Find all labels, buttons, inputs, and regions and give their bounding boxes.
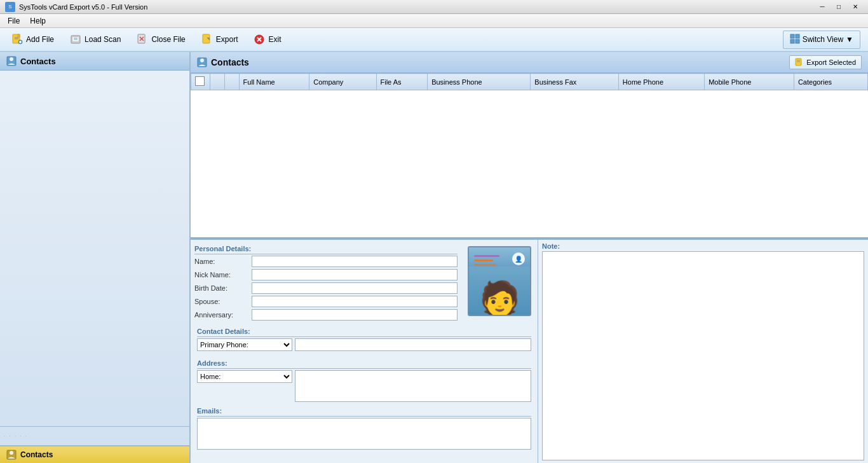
contacts-header-icon <box>197 57 207 67</box>
emails-section: Emails: <box>191 403 538 454</box>
emails-header: Emails: <box>197 407 531 417</box>
export-button[interactable]: Export <box>194 30 245 49</box>
main-container: Contacts · · · · · Contacts Co <box>0 52 868 463</box>
col-fileas[interactable]: File As <box>376 74 428 90</box>
export-selected-button[interactable]: Export Selected <box>789 55 862 69</box>
menu-file[interactable]: File <box>3 15 25 27</box>
avatar-figure: 🧑 <box>479 282 520 315</box>
contacts-table-container[interactable]: Full Name Company File As Business Phone <box>191 73 868 238</box>
contact-details-header: Contact Details: <box>197 328 531 337</box>
spouse-label: Spouse: <box>194 298 252 305</box>
add-file-button[interactable]: Add File <box>4 30 61 49</box>
avatar-line-3 <box>474 264 496 266</box>
avatar-line-2 <box>474 259 493 261</box>
note-section: Note: <box>538 240 868 463</box>
address-textarea[interactable] <box>295 370 531 402</box>
contacts-title: Contacts <box>211 57 249 67</box>
col-fullname[interactable]: Full Name <box>239 74 309 90</box>
birthdate-input[interactable] <box>252 282 458 294</box>
sidebar-footer-icon <box>6 450 17 460</box>
export-selected-label: Export Selected <box>806 59 856 66</box>
svg-point-25 <box>10 57 13 61</box>
toolbar: Add File Load Scan Close File <box>0 28 868 52</box>
sidebar-content <box>0 71 189 426</box>
exit-button[interactable]: Exit <box>246 30 288 49</box>
col-checkbox[interactable] <box>191 74 210 90</box>
note-textarea[interactable] <box>542 251 864 460</box>
sidebar-contacts-icon <box>6 56 17 66</box>
spouse-row: Spouse: <box>194 296 458 307</box>
bottom-left: Personal Details: Name: Nick Name: Birth… <box>191 240 538 463</box>
col-company[interactable]: Company <box>309 74 376 90</box>
phone-type-select[interactable]: Primary Phone: Home Phone: Work Phone: M… <box>197 338 292 351</box>
minimize-button[interactable]: ─ <box>815 1 830 13</box>
personal-details-header: Personal Details: <box>194 245 458 254</box>
anniversary-row: Anniversary: <box>194 309 458 321</box>
col-bizfax[interactable]: Business Fax <box>531 74 619 90</box>
load-scan-icon <box>69 33 82 46</box>
switch-view-button[interactable]: Switch View ▼ <box>783 31 860 49</box>
close-button[interactable]: ✕ <box>848 1 863 13</box>
sidebar-footer[interactable]: Contacts <box>0 445 189 463</box>
svg-point-29 <box>200 59 204 62</box>
avatar-area: 👤 🧑 <box>461 242 538 322</box>
name-input[interactable] <box>252 256 458 267</box>
maximize-button[interactable]: □ <box>831 1 846 13</box>
anniversary-input[interactable] <box>252 309 458 321</box>
address-type-select[interactable]: Home: Work: Other: <box>197 370 292 383</box>
contact-details-section: Contact Details: Primary Phone: Home Pho… <box>191 322 538 356</box>
svg-rect-1 <box>18 34 20 37</box>
col-mobile[interactable]: Mobile Phone <box>705 74 794 90</box>
emails-textarea[interactable] <box>197 418 531 450</box>
avatar-lines <box>474 255 499 268</box>
birthdate-label: Birth Date: <box>194 284 252 292</box>
phone-row: Primary Phone: Home Phone: Work Phone: M… <box>197 338 531 351</box>
close-file-button[interactable]: Close File <box>129 30 192 49</box>
menu-help[interactable]: Help <box>25 15 51 27</box>
address-row: Home: Work: Other: <box>197 370 531 402</box>
col-homephone[interactable]: Home Phone <box>618 74 704 90</box>
svg-point-27 <box>10 451 13 455</box>
export-icon <box>201 33 214 46</box>
app-title: SysTools vCard Export v5.0 - Full Versio… <box>19 3 147 11</box>
sidebar-footer-label: Contacts <box>20 450 53 459</box>
sidebar: Contacts · · · · · Contacts <box>0 52 191 463</box>
personal-section-container: Personal Details: Name: Nick Name: Birth… <box>191 240 538 322</box>
nickname-row: Nick Name: <box>194 269 458 280</box>
sidebar-dots: · · · · · <box>4 433 28 439</box>
phone-input[interactable] <box>295 338 531 351</box>
nickname-label: Nick Name: <box>194 271 252 279</box>
select-all-checkbox[interactable] <box>195 76 205 86</box>
content-header: Contacts Export Selected <box>191 52 868 73</box>
name-row: Name: <box>194 256 458 267</box>
title-bar: S SysTools vCard Export v5.0 - Full Vers… <box>0 0 868 14</box>
spouse-input[interactable] <box>252 296 458 307</box>
exit-icon <box>253 33 266 46</box>
content-header-left: Contacts <box>197 57 249 67</box>
app-icon: S <box>5 2 15 12</box>
personal-details-area: Personal Details: Name: Nick Name: Birth… <box>191 242 461 322</box>
close-file-icon <box>136 33 149 46</box>
col-bizphone[interactable]: Business Phone <box>428 74 531 90</box>
nickname-input[interactable] <box>252 269 458 280</box>
sidebar-header: Contacts <box>0 52 189 71</box>
content-area: Contacts Export Selected <box>191 52 868 463</box>
note-label: Note: <box>542 242 864 250</box>
sidebar-bottom: · · · · · <box>0 426 189 445</box>
load-scan-button[interactable]: Load Scan <box>62 30 128 49</box>
col-icon2 <box>224 74 239 90</box>
address-section: Address: Home: Work: Other: <box>191 356 538 403</box>
birthdate-row: Birth Date: <box>194 282 458 294</box>
add-file-icon <box>11 33 24 46</box>
name-label: Name: <box>194 258 252 265</box>
export-selected-icon <box>795 58 804 67</box>
address-header: Address: <box>197 359 531 369</box>
avatar-person-icon: 👤 <box>512 252 525 265</box>
window-controls: ─ □ ✕ <box>815 1 863 13</box>
col-categories[interactable]: Categories <box>794 74 867 90</box>
svg-rect-20 <box>790 34 794 38</box>
contacts-table: Full Name Company File As Business Phone <box>191 73 868 90</box>
switch-view-icon <box>790 34 800 46</box>
avatar-line-1 <box>474 255 499 257</box>
col-icon1 <box>210 74 225 90</box>
